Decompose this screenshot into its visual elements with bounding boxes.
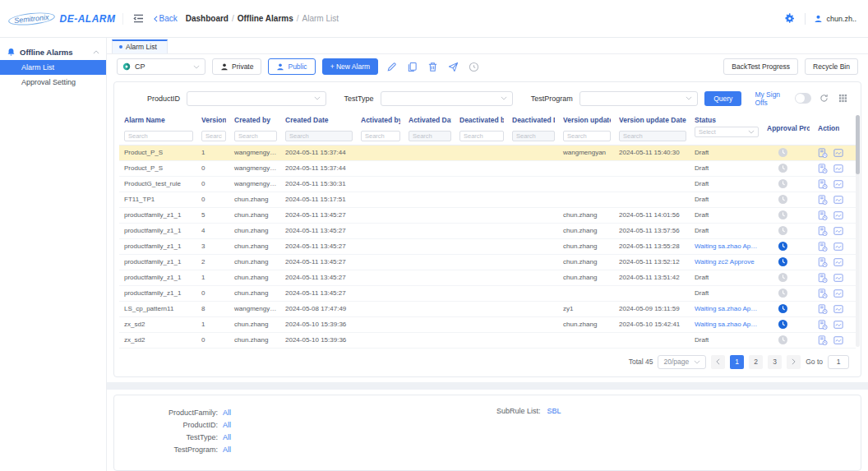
search-input-deactivated_by[interactable] <box>459 131 504 141</box>
table-row[interactable]: Product_P_S1wangmengyan2024-05-11 15:37:… <box>119 145 856 161</box>
search-input-deactivated_date[interactable] <box>512 131 555 141</box>
product-id-select[interactable] <box>187 91 326 106</box>
recycle-bin-button[interactable]: Recycle Bin <box>805 58 858 75</box>
cell-status[interactable]: Waiting sa.zhao Appro.. <box>690 321 762 328</box>
goto-page-input[interactable] <box>828 355 849 369</box>
search-input-created_date[interactable] <box>285 131 353 141</box>
backtest-log-icon[interactable] <box>818 242 828 252</box>
trend-chart-icon[interactable] <box>833 320 843 330</box>
scope-select[interactable]: CP <box>117 58 205 75</box>
page-button-1[interactable]: 1 <box>730 355 744 369</box>
detail-value-testtype[interactable]: All <box>223 432 231 444</box>
backtest-log-icon[interactable] <box>818 210 828 220</box>
pending-approval-icon[interactable] <box>778 273 787 282</box>
backtest-log-icon[interactable] <box>818 320 828 330</box>
pending-approval-icon[interactable] <box>778 179 787 188</box>
trend-chart-icon[interactable] <box>833 210 843 220</box>
table-row[interactable]: productfamily_z1_13chun.zhang2024-05-11 … <box>119 239 856 255</box>
back-button[interactable]: Back <box>154 14 178 23</box>
pending-approval-icon[interactable] <box>778 164 787 173</box>
table-row[interactable]: productfamily_z1_11chun.zhang2024-05-11 … <box>119 270 856 286</box>
tab-alarm-list[interactable]: Alarm List <box>112 39 168 53</box>
trend-chart-icon[interactable] <box>833 257 843 267</box>
page-button-2[interactable]: 2 <box>749 355 763 369</box>
trend-chart-icon[interactable] <box>833 226 843 236</box>
detail-value-productid[interactable]: All <box>223 419 231 432</box>
table-row[interactable]: zx_sd21chun.zhang2024-05-10 15:39:36chun… <box>119 317 856 333</box>
backtest-log-icon[interactable] <box>818 179 828 189</box>
table-row[interactable]: productfamily_z1_14chun.zhang2024-05-11 … <box>119 224 856 239</box>
backtest-log-icon[interactable] <box>818 273 828 283</box>
search-input-vupdate_date[interactable] <box>619 131 686 141</box>
send-icon[interactable] <box>446 62 460 72</box>
trend-chart-icon[interactable] <box>833 164 843 173</box>
gear-icon[interactable] <box>783 13 796 24</box>
table-row[interactable]: productfamily_z1_10chun.zhang2024-05-11 … <box>119 286 856 302</box>
cell-status[interactable]: Waiting sa.zhao Appro.. <box>690 242 762 250</box>
trend-chart-icon[interactable] <box>833 148 843 158</box>
trend-chart-icon[interactable] <box>833 273 843 283</box>
cell-status[interactable]: Waiting sa.zhao Appro.. <box>690 305 762 312</box>
column-settings-icon[interactable] <box>837 94 849 103</box>
trend-chart-icon[interactable] <box>833 179 843 189</box>
table-row[interactable]: productfamily_z1_15chun.zhang2024-05-11 … <box>119 208 856 224</box>
table-row[interactable]: LS_cp_pattern118wangmengyan2024-05-08 17… <box>119 302 856 317</box>
next-page-button[interactable] <box>787 355 801 369</box>
scrollbar-thumb[interactable] <box>856 115 860 174</box>
pending-approval-icon[interactable] <box>778 257 787 266</box>
pending-approval-icon[interactable] <box>778 210 787 219</box>
copy-icon[interactable] <box>405 62 419 72</box>
search-input-vupdate_by[interactable] <box>563 131 611 141</box>
trend-chart-icon[interactable] <box>833 195 843 205</box>
search-input-activated_by[interactable] <box>361 131 400 141</box>
trend-chart-icon[interactable] <box>833 304 843 314</box>
pending-approval-icon[interactable] <box>778 289 787 298</box>
pending-approval-icon[interactable] <box>778 195 787 204</box>
private-button[interactable]: Private <box>212 58 261 75</box>
pending-approval-icon[interactable] <box>778 304 787 313</box>
test-type-select[interactable] <box>381 91 513 106</box>
breadcrumb-item[interactable]: Dashboard <box>186 14 229 23</box>
trend-chart-icon[interactable] <box>833 289 843 298</box>
table-row[interactable]: ProductG_test_rule0wangmengyan2024-05-11… <box>119 177 856 192</box>
search-input-version[interactable] <box>201 131 226 141</box>
table-row[interactable]: productfamily_z1_12chun.zhang2024-05-11 … <box>119 255 856 270</box>
query-button[interactable]: Query <box>704 91 741 106</box>
collapse-menu-icon[interactable] <box>132 14 145 23</box>
subrule-list-value[interactable]: SBL <box>547 407 561 415</box>
breadcrumb-item[interactable]: Offline Alarms <box>238 14 293 23</box>
backtest-log-icon[interactable] <box>818 257 828 267</box>
test-program-select[interactable] <box>579 91 698 106</box>
search-input-name[interactable] <box>124 131 193 141</box>
backtest-log-icon[interactable] <box>818 148 828 158</box>
history-icon[interactable] <box>467 62 481 72</box>
detail-value-testprogram[interactable]: All <box>223 444 231 456</box>
backtest-progress-button[interactable]: BackTest Progress <box>723 58 798 75</box>
new-alarm-button[interactable]: + New Alarm <box>322 58 378 75</box>
pending-approval-icon[interactable] <box>778 226 787 235</box>
pending-approval-icon[interactable] <box>778 148 787 157</box>
refresh-icon[interactable] <box>818 94 830 103</box>
sidebar-item-alarm-list[interactable]: Alarm List <box>0 60 106 75</box>
pending-approval-icon[interactable] <box>778 242 787 251</box>
backtest-log-icon[interactable] <box>818 289 828 298</box>
edit-icon[interactable] <box>385 62 399 72</box>
user-menu[interactable]: chun.zh.. <box>814 14 856 23</box>
cell-status[interactable]: Waiting zc2 Approve <box>690 258 762 266</box>
sidebar-group-offline-alarms[interactable]: Offline Alarms <box>0 44 106 60</box>
table-scrollbar[interactable] <box>856 115 860 347</box>
pending-approval-icon[interactable] <box>778 320 787 329</box>
backtest-log-icon[interactable] <box>818 164 828 173</box>
detail-value-productfamily[interactable]: All <box>223 407 231 419</box>
table-row[interactable]: Product_P_S0wangmengyan2024-05-11 15:37:… <box>119 161 856 177</box>
backtest-log-icon[interactable] <box>818 335 828 345</box>
my-sign-offs-toggle[interactable] <box>795 93 811 104</box>
backtest-log-icon[interactable] <box>818 195 828 205</box>
table-row[interactable]: zx_sd20chun.zhang2024-05-10 15:39:36Draf… <box>119 333 856 349</box>
backtest-log-icon[interactable] <box>818 226 828 236</box>
public-button[interactable]: Public <box>268 58 315 75</box>
page-button-3[interactable]: 3 <box>768 355 782 369</box>
trend-chart-icon[interactable] <box>833 335 843 345</box>
per-page-select[interactable]: 20/page <box>658 355 706 369</box>
trend-chart-icon[interactable] <box>833 242 843 252</box>
